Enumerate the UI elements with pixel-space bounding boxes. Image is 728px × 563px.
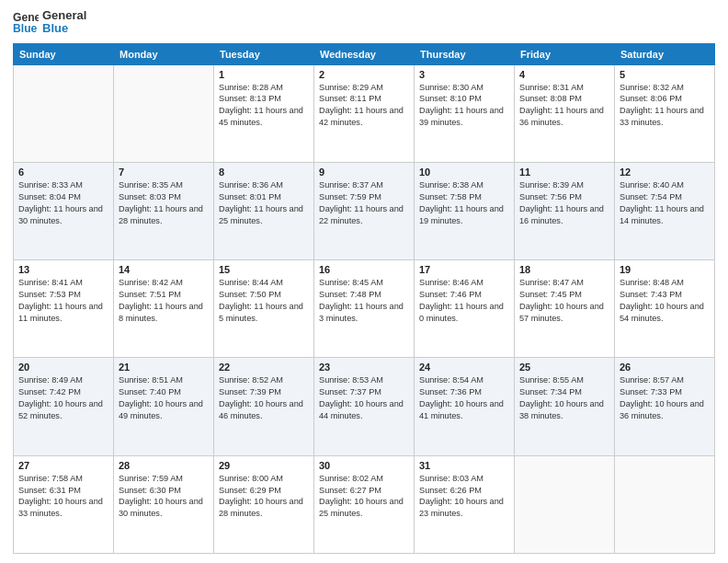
day-info: Sunrise: 8:44 AMSunset: 7:50 PMDaylight:… bbox=[219, 277, 309, 325]
header-friday: Friday bbox=[515, 43, 615, 64]
header-tuesday: Tuesday bbox=[214, 43, 314, 64]
day-info: Sunrise: 8:29 AMSunset: 8:11 PMDaylight:… bbox=[319, 82, 409, 130]
calendar-week-row: 13Sunrise: 8:41 AMSunset: 7:53 PMDayligh… bbox=[14, 260, 715, 358]
day-info: Sunrise: 8:41 AMSunset: 7:53 PMDaylight:… bbox=[18, 277, 108, 325]
day-info: Sunrise: 8:57 AMSunset: 7:33 PMDaylight:… bbox=[620, 374, 710, 422]
calendar-cell: 30Sunrise: 8:02 AMSunset: 6:27 PMDayligh… bbox=[314, 455, 415, 553]
header-monday: Monday bbox=[114, 43, 214, 64]
day-info: Sunrise: 8:38 AMSunset: 7:58 PMDaylight:… bbox=[419, 179, 509, 227]
calendar-cell: 25Sunrise: 8:55 AMSunset: 7:34 PMDayligh… bbox=[515, 358, 615, 455]
calendar-cell: 4Sunrise: 8:31 AMSunset: 8:08 PMDaylight… bbox=[515, 64, 615, 162]
calendar-cell: 19Sunrise: 8:48 AMSunset: 7:43 PMDayligh… bbox=[615, 260, 715, 358]
header: General Blue General Blue bbox=[13, 9, 715, 36]
day-info: Sunrise: 7:58 AMSunset: 6:31 PMDaylight:… bbox=[18, 473, 108, 521]
day-info: Sunrise: 8:35 AMSunset: 8:03 PMDaylight:… bbox=[119, 179, 209, 227]
day-number: 11 bbox=[519, 167, 609, 178]
calendar-cell: 8Sunrise: 8:36 AMSunset: 8:01 PMDaylight… bbox=[214, 162, 314, 259]
calendar-cell bbox=[515, 455, 615, 553]
day-number: 13 bbox=[18, 264, 108, 275]
day-info: Sunrise: 8:03 AMSunset: 6:26 PMDaylight:… bbox=[419, 473, 509, 521]
day-info: Sunrise: 8:42 AMSunset: 7:51 PMDaylight:… bbox=[119, 277, 209, 325]
calendar-header-row: SundayMondayTuesdayWednesdayThursdayFrid… bbox=[14, 43, 715, 64]
header-sunday: Sunday bbox=[14, 43, 114, 64]
day-info: Sunrise: 8:45 AMSunset: 7:48 PMDaylight:… bbox=[319, 277, 409, 325]
day-info: Sunrise: 8:51 AMSunset: 7:40 PMDaylight:… bbox=[119, 374, 209, 422]
day-info: Sunrise: 8:32 AMSunset: 8:06 PMDaylight:… bbox=[620, 82, 710, 130]
logo: General Blue General Blue bbox=[13, 9, 86, 36]
day-number: 10 bbox=[419, 167, 509, 178]
day-info: Sunrise: 8:30 AMSunset: 8:10 PMDaylight:… bbox=[419, 82, 509, 130]
calendar-cell bbox=[114, 64, 214, 162]
calendar-cell: 20Sunrise: 8:49 AMSunset: 7:42 PMDayligh… bbox=[14, 358, 114, 455]
calendar-cell: 26Sunrise: 8:57 AMSunset: 7:33 PMDayligh… bbox=[615, 358, 715, 455]
calendar-cell: 18Sunrise: 8:47 AMSunset: 7:45 PMDayligh… bbox=[515, 260, 615, 358]
calendar-cell: 7Sunrise: 8:35 AMSunset: 8:03 PMDaylight… bbox=[114, 162, 214, 259]
day-info: Sunrise: 8:39 AMSunset: 7:56 PMDaylight:… bbox=[519, 179, 609, 227]
calendar-cell: 31Sunrise: 8:03 AMSunset: 6:26 PMDayligh… bbox=[415, 455, 515, 553]
day-info: Sunrise: 8:33 AMSunset: 8:04 PMDaylight:… bbox=[18, 179, 108, 227]
day-number: 9 bbox=[319, 167, 409, 178]
calendar-cell: 9Sunrise: 8:37 AMSunset: 7:59 PMDaylight… bbox=[314, 162, 415, 259]
calendar-cell: 11Sunrise: 8:39 AMSunset: 7:56 PMDayligh… bbox=[515, 162, 615, 259]
day-number: 20 bbox=[18, 362, 108, 373]
day-number: 17 bbox=[419, 264, 509, 275]
day-info: Sunrise: 8:40 AMSunset: 7:54 PMDaylight:… bbox=[620, 179, 710, 227]
logo-general: General bbox=[42, 9, 86, 22]
day-number: 6 bbox=[18, 167, 108, 178]
day-number: 29 bbox=[219, 460, 309, 471]
calendar-cell: 13Sunrise: 8:41 AMSunset: 7:53 PMDayligh… bbox=[14, 260, 114, 358]
day-number: 23 bbox=[319, 362, 409, 373]
calendar-cell: 29Sunrise: 8:00 AMSunset: 6:29 PMDayligh… bbox=[214, 455, 314, 553]
day-number: 2 bbox=[319, 69, 409, 80]
logo-icon: General Blue bbox=[13, 9, 39, 35]
calendar-cell: 24Sunrise: 8:54 AMSunset: 7:36 PMDayligh… bbox=[415, 358, 515, 455]
day-number: 4 bbox=[519, 69, 609, 80]
day-info: Sunrise: 8:46 AMSunset: 7:46 PMDaylight:… bbox=[419, 277, 509, 325]
day-info: Sunrise: 8:49 AMSunset: 7:42 PMDaylight:… bbox=[18, 374, 108, 422]
calendar-cell: 16Sunrise: 8:45 AMSunset: 7:48 PMDayligh… bbox=[314, 260, 415, 358]
calendar-week-row: 27Sunrise: 7:58 AMSunset: 6:31 PMDayligh… bbox=[14, 455, 715, 553]
day-info: Sunrise: 8:31 AMSunset: 8:08 PMDaylight:… bbox=[519, 82, 609, 130]
calendar-cell: 15Sunrise: 8:44 AMSunset: 7:50 PMDayligh… bbox=[214, 260, 314, 358]
calendar-cell: 6Sunrise: 8:33 AMSunset: 8:04 PMDaylight… bbox=[14, 162, 114, 259]
day-info: Sunrise: 8:28 AMSunset: 8:13 PMDaylight:… bbox=[219, 82, 309, 130]
header-saturday: Saturday bbox=[615, 43, 715, 64]
calendar-cell: 21Sunrise: 8:51 AMSunset: 7:40 PMDayligh… bbox=[114, 358, 214, 455]
calendar-week-row: 20Sunrise: 8:49 AMSunset: 7:42 PMDayligh… bbox=[14, 358, 715, 455]
day-number: 5 bbox=[620, 69, 710, 80]
day-number: 14 bbox=[119, 264, 209, 275]
calendar-cell: 23Sunrise: 8:53 AMSunset: 7:37 PMDayligh… bbox=[314, 358, 415, 455]
day-info: Sunrise: 8:00 AMSunset: 6:29 PMDaylight:… bbox=[219, 473, 309, 521]
day-number: 19 bbox=[620, 264, 710, 275]
day-number: 30 bbox=[319, 460, 409, 471]
calendar-week-row: 1Sunrise: 8:28 AMSunset: 8:13 PMDaylight… bbox=[14, 64, 715, 162]
day-info: Sunrise: 7:59 AMSunset: 6:30 PMDaylight:… bbox=[119, 473, 209, 521]
day-number: 15 bbox=[219, 264, 309, 275]
calendar-cell bbox=[615, 455, 715, 553]
day-number: 8 bbox=[219, 167, 309, 178]
day-info: Sunrise: 8:37 AMSunset: 7:59 PMDaylight:… bbox=[319, 179, 409, 227]
day-info: Sunrise: 8:36 AMSunset: 8:01 PMDaylight:… bbox=[219, 179, 309, 227]
day-number: 22 bbox=[219, 362, 309, 373]
day-number: 21 bbox=[119, 362, 209, 373]
header-wednesday: Wednesday bbox=[314, 43, 415, 64]
svg-text:Blue: Blue bbox=[13, 22, 38, 35]
day-info: Sunrise: 8:55 AMSunset: 7:34 PMDaylight:… bbox=[519, 374, 609, 422]
day-info: Sunrise: 8:53 AMSunset: 7:37 PMDaylight:… bbox=[319, 374, 409, 422]
day-info: Sunrise: 8:48 AMSunset: 7:43 PMDaylight:… bbox=[620, 277, 710, 325]
day-info: Sunrise: 8:52 AMSunset: 7:39 PMDaylight:… bbox=[219, 374, 309, 422]
day-info: Sunrise: 8:02 AMSunset: 6:27 PMDaylight:… bbox=[319, 473, 409, 521]
calendar-cell: 14Sunrise: 8:42 AMSunset: 7:51 PMDayligh… bbox=[114, 260, 214, 358]
calendar-cell: 2Sunrise: 8:29 AMSunset: 8:11 PMDaylight… bbox=[314, 64, 415, 162]
day-number: 24 bbox=[419, 362, 509, 373]
calendar-cell: 28Sunrise: 7:59 AMSunset: 6:30 PMDayligh… bbox=[114, 455, 214, 553]
day-number: 12 bbox=[620, 167, 710, 178]
day-number: 31 bbox=[419, 460, 509, 471]
day-number: 25 bbox=[519, 362, 609, 373]
day-number: 3 bbox=[419, 69, 509, 80]
day-number: 7 bbox=[119, 167, 209, 178]
day-info: Sunrise: 8:54 AMSunset: 7:36 PMDaylight:… bbox=[419, 374, 509, 422]
calendar-cell: 22Sunrise: 8:52 AMSunset: 7:39 PMDayligh… bbox=[214, 358, 314, 455]
header-thursday: Thursday bbox=[415, 43, 515, 64]
day-number: 28 bbox=[119, 460, 209, 471]
